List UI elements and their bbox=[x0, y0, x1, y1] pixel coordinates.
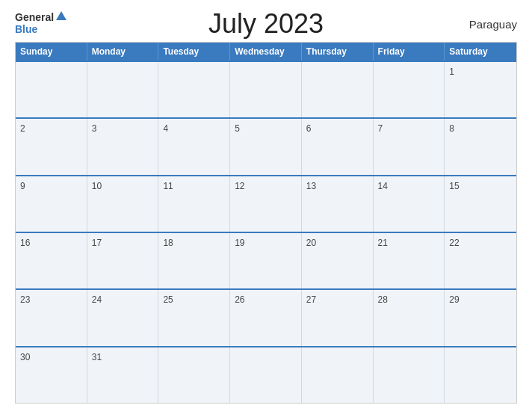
calendar-header: Sunday Monday Tuesday Wednesday Thursday… bbox=[16, 43, 516, 61]
day-number: 28 bbox=[378, 294, 388, 305]
logo-blue-text: Blue bbox=[15, 23, 37, 35]
calendar: Sunday Monday Tuesday Wednesday Thursday… bbox=[15, 42, 517, 404]
calendar-day-6: 6 bbox=[302, 119, 374, 174]
calendar-day-8: 8 bbox=[445, 119, 516, 174]
day-number: 22 bbox=[449, 238, 459, 248]
calendar-day-empty-5-2 bbox=[158, 347, 230, 403]
header-monday: Monday bbox=[87, 43, 159, 61]
calendar-day-23: 23 bbox=[16, 290, 87, 345]
calendar-day-empty-0-4 bbox=[302, 62, 374, 117]
calendar-day-19: 19 bbox=[230, 233, 302, 288]
day-number: 29 bbox=[449, 294, 459, 305]
day-number: 23 bbox=[20, 294, 30, 305]
calendar-title: July 2023 bbox=[208, 8, 324, 40]
calendar-day-empty-5-5 bbox=[374, 347, 445, 403]
day-number: 26 bbox=[235, 294, 244, 305]
calendar-day-empty-0-1 bbox=[87, 62, 159, 117]
calendar-day-empty-0-3 bbox=[230, 62, 302, 117]
day-number: 15 bbox=[449, 181, 459, 191]
day-number: 25 bbox=[163, 294, 173, 305]
logo: General Blue bbox=[15, 12, 66, 36]
calendar-day-15: 15 bbox=[445, 176, 516, 232]
logo-line2: Blue bbox=[15, 22, 37, 36]
day-number: 4 bbox=[163, 123, 168, 134]
country-label: Paraguay bbox=[469, 18, 517, 31]
logo-triangle-icon bbox=[56, 11, 66, 20]
day-number: 12 bbox=[235, 181, 244, 191]
day-number: 11 bbox=[163, 181, 173, 191]
day-number: 14 bbox=[378, 181, 388, 191]
day-number: 10 bbox=[92, 181, 102, 191]
calendar-day-9: 9 bbox=[16, 176, 87, 232]
calendar-day-2: 2 bbox=[16, 119, 87, 174]
logo-line1: General bbox=[15, 12, 66, 22]
calendar-body: 1234567891011121314151617181920212223242… bbox=[16, 61, 516, 403]
calendar-day-14: 14 bbox=[374, 176, 445, 232]
day-number: 20 bbox=[306, 238, 316, 248]
day-number: 8 bbox=[449, 123, 454, 134]
day-number: 5 bbox=[235, 123, 240, 134]
day-number: 24 bbox=[92, 294, 102, 305]
calendar-day-21: 21 bbox=[374, 233, 445, 288]
day-number: 27 bbox=[306, 294, 316, 305]
header-wednesday: Wednesday bbox=[230, 43, 302, 61]
calendar-week-6: 3031 bbox=[16, 346, 516, 403]
day-number: 18 bbox=[163, 238, 173, 248]
calendar-day-3: 3 bbox=[87, 119, 159, 174]
day-number: 19 bbox=[235, 238, 244, 248]
calendar-day-22: 22 bbox=[445, 233, 516, 288]
header-thursday: Thursday bbox=[302, 43, 374, 61]
calendar-day-empty-5-4 bbox=[302, 347, 374, 403]
header-friday: Friday bbox=[374, 43, 445, 61]
calendar-day-20: 20 bbox=[302, 233, 374, 288]
calendar-day-1: 1 bbox=[445, 62, 516, 117]
calendar-day-11: 11 bbox=[158, 176, 230, 232]
day-number: 30 bbox=[20, 352, 30, 362]
day-number: 31 bbox=[92, 352, 102, 362]
calendar-week-4: 16171819202122 bbox=[16, 232, 516, 288]
day-number: 21 bbox=[378, 238, 388, 248]
calendar-day-26: 26 bbox=[230, 290, 302, 345]
calendar-day-17: 17 bbox=[87, 233, 159, 288]
calendar-day-empty-5-3 bbox=[230, 347, 302, 403]
calendar-week-1: 1 bbox=[16, 61, 516, 117]
calendar-day-5: 5 bbox=[230, 119, 302, 174]
header: General Blue July 2023 Paraguay bbox=[15, 12, 517, 36]
calendar-week-3: 9101112131415 bbox=[16, 175, 516, 232]
header-saturday: Saturday bbox=[445, 43, 516, 61]
calendar-day-empty-0-0 bbox=[16, 62, 87, 117]
header-tuesday: Tuesday bbox=[158, 43, 230, 61]
day-number: 7 bbox=[378, 123, 383, 134]
calendar-day-10: 10 bbox=[87, 176, 159, 232]
calendar-day-31: 31 bbox=[87, 347, 159, 403]
day-number: 17 bbox=[92, 238, 102, 248]
calendar-day-24: 24 bbox=[87, 290, 159, 345]
day-number: 13 bbox=[306, 181, 316, 191]
calendar-day-25: 25 bbox=[158, 290, 230, 345]
calendar-day-empty-5-6 bbox=[445, 347, 516, 403]
calendar-day-27: 27 bbox=[302, 290, 374, 345]
day-number: 2 bbox=[20, 123, 25, 134]
calendar-week-5: 23242526272829 bbox=[16, 288, 516, 345]
calendar-day-12: 12 bbox=[230, 176, 302, 232]
day-number: 6 bbox=[306, 123, 312, 134]
calendar-week-2: 2345678 bbox=[16, 117, 516, 174]
calendar-day-18: 18 bbox=[158, 233, 230, 288]
calendar-day-7: 7 bbox=[374, 119, 445, 174]
calendar-day-29: 29 bbox=[445, 290, 516, 345]
calendar-day-empty-0-2 bbox=[158, 62, 230, 117]
calendar-day-28: 28 bbox=[374, 290, 445, 345]
calendar-day-13: 13 bbox=[302, 176, 374, 232]
header-sunday: Sunday bbox=[16, 43, 87, 61]
calendar-day-30: 30 bbox=[16, 347, 87, 403]
calendar-day-16: 16 bbox=[16, 233, 87, 288]
day-number: 16 bbox=[20, 238, 30, 248]
page: General Blue July 2023 Paraguay Sunday M… bbox=[0, 0, 532, 411]
day-number: 9 bbox=[20, 181, 25, 191]
logo-general-text: General bbox=[15, 12, 54, 22]
calendar-day-4: 4 bbox=[158, 119, 230, 174]
calendar-day-empty-0-5 bbox=[374, 62, 445, 117]
day-number: 3 bbox=[92, 123, 97, 134]
day-number: 1 bbox=[449, 67, 454, 77]
